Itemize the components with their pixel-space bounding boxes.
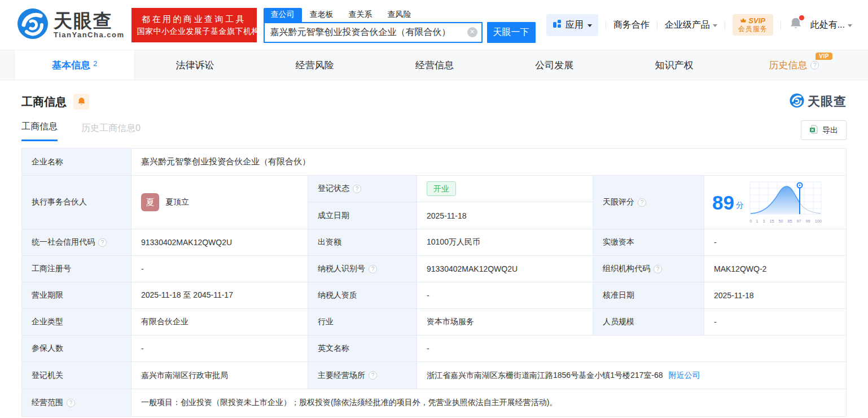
help-icon[interactable]: ?: [638, 198, 646, 207]
tab-business-info[interactable]: 经营信息: [375, 50, 494, 80]
logo-domain: TianYanCha.com: [54, 31, 125, 39]
approval-date-value: 2025-11-18: [704, 282, 847, 309]
search-type-tabs: 查公司 查老板 查关系 查风险: [264, 7, 536, 22]
nav-cooperation[interactable]: 商务合作: [613, 19, 650, 31]
field-label: 行业: [308, 309, 417, 336]
search-input[interactable]: [264, 22, 483, 43]
partner-name[interactable]: 夏顶立: [165, 197, 189, 207]
field-label-text: 经营范围: [32, 398, 63, 408]
main-content: 工商信息 天眼查 工商信息 历史工商信息0: [0, 92, 868, 417]
slogan-banner: 都在用的商业查询工具 国家中小企业发展子基金旗下机构: [131, 8, 257, 42]
tab-basic-info[interactable]: 基本信息 2: [14, 50, 135, 80]
score-unit: 分: [736, 201, 744, 211]
tab-intellectual-property[interactable]: 知识产权: [614, 50, 734, 80]
partner-cell: 夏 夏顶立: [131, 176, 308, 229]
section-title: 工商信息: [21, 94, 67, 110]
field-label: 英文名称: [308, 336, 417, 362]
nav-divider: [606, 21, 606, 29]
nav-divider: [657, 21, 657, 29]
chevron-down-icon: [848, 24, 852, 27]
help-icon[interactable]: ?: [98, 238, 107, 247]
score-axis-ticks: 0131550859799100: [749, 219, 822, 224]
field-label: 统一社会信用代码 ?: [22, 229, 131, 256]
tab-label: 法律诉讼: [176, 59, 214, 72]
tianyancha-watermark: 天眼查: [790, 93, 847, 110]
tab-label: 公司发展: [535, 59, 573, 72]
crown-icon: [740, 16, 747, 25]
tab-count: 2: [93, 59, 97, 68]
search-tab-company[interactable]: 查公司: [264, 8, 302, 22]
field-label: 经营范围 ?: [22, 389, 131, 417]
taxpayer-id-value: 91330402MAK12QWQ2U: [417, 256, 593, 282]
help-icon[interactable]: ?: [67, 399, 75, 407]
field-label: 营业期限: [22, 282, 131, 309]
search-area: 查公司 查老板 查关系 查风险 ✕ 天眼一下: [264, 7, 536, 43]
search-tab-boss[interactable]: 查老板: [310, 8, 334, 22]
logo-title: 天眼查: [54, 11, 125, 31]
subtab-business-info[interactable]: 工商信息: [21, 121, 58, 141]
field-label: 企业类型: [22, 309, 131, 336]
field-label: 工商注册号: [22, 256, 131, 282]
field-label-text: 天眼评分: [603, 197, 634, 207]
user-menu-label: 此处有...: [810, 19, 845, 31]
avatar[interactable]: 夏: [141, 193, 159, 211]
bell-icon: [77, 97, 86, 106]
cooperation-label: 商务合作: [613, 19, 650, 31]
svip-sublabel: 会员服务: [738, 25, 768, 33]
slogan-line1: 都在用的商业查询工具: [137, 13, 251, 25]
credit-code-value: 91330402MAK12QWQ2U: [131, 229, 308, 256]
search-tab-relation[interactable]: 查关系: [349, 8, 372, 22]
search-box: ✕: [264, 22, 483, 43]
help-icon[interactable]: ?: [810, 61, 819, 69]
org-code-value: MAK12QWQ-2: [704, 256, 847, 282]
user-menu[interactable]: 此处有...: [810, 19, 852, 31]
search-tab-risk[interactable]: 查风险: [388, 8, 411, 22]
field-label-text: 主要经营场所: [318, 371, 365, 381]
svip-member-button[interactable]: SVIP 会员服务: [733, 14, 773, 36]
field-label: 天眼评分 ?: [593, 176, 704, 229]
company-type-value: 有限合伙企业: [131, 309, 308, 336]
field-label: 成立日期: [308, 202, 417, 229]
field-label: 出资额: [308, 229, 417, 256]
field-label: 组织机构代码 ?: [593, 256, 704, 282]
subtab-history-business-info[interactable]: 历史工商信息0: [81, 123, 141, 141]
tianyancha-logo-icon: [790, 93, 804, 110]
help-icon[interactable]: ?: [369, 371, 377, 380]
nearby-companies-link[interactable]: 附近公司: [669, 371, 700, 381]
business-site-value: 浙江省嘉兴市南湖区东栅街道南江路1856号基金小镇1号楼217室-68: [427, 371, 663, 381]
site-header: 天眼查 TianYanCha.com 都在用的商业查询工具 国家中小企业发展子基…: [0, 0, 868, 50]
apps-menu[interactable]: 应用: [546, 14, 598, 36]
field-label: 纳税人资质: [308, 282, 417, 309]
tab-company-development[interactable]: 公司发展: [494, 50, 614, 80]
tab-history-info[interactable]: VIP 历史信息 ?: [734, 50, 854, 80]
chevron-down-icon: [588, 24, 592, 27]
tab-label: 知识产权: [655, 59, 694, 72]
tab-operating-risk[interactable]: 经营风险: [255, 50, 375, 80]
help-icon[interactable]: ?: [654, 265, 662, 273]
notifications-bell[interactable]: [790, 17, 802, 33]
reg-number-value: -: [131, 256, 308, 282]
vip-badge: VIP: [816, 53, 832, 60]
watermark-text: 天眼查: [808, 93, 847, 110]
monitor-bell-button[interactable]: [73, 94, 89, 110]
export-button[interactable]: 导出: [801, 120, 847, 140]
field-label: 企业名称: [22, 149, 131, 176]
tianyancha-logo[interactable]: 天眼查 TianYanCha.com: [17, 8, 125, 42]
help-icon[interactable]: ?: [369, 265, 377, 273]
staff-size-value: -: [704, 309, 847, 336]
tab-label: 历史信息: [769, 59, 807, 72]
nav-divider: [781, 21, 781, 29]
svip-label: SVIP: [748, 16, 765, 25]
industry-value: 资本市场服务: [417, 309, 593, 336]
apps-label: 应用: [565, 19, 584, 31]
clear-search-icon[interactable]: ✕: [467, 27, 477, 37]
apps-grid-icon: [553, 19, 562, 31]
company-name-value: 嘉兴黔元智擎创业投资合伙企业（有限合伙）: [131, 149, 847, 176]
reg-authority-value: 嘉兴市南湖区行政审批局: [131, 362, 308, 389]
tab-label: 经营信息: [415, 59, 454, 72]
tab-legal-litigation[interactable]: 法律诉讼: [135, 50, 255, 80]
search-button[interactable]: 天眼一下: [487, 22, 536, 43]
company-nav-tabs: 基本信息 2 法律诉讼 经营风险 经营信息 公司发展 知识产权 VIP 历史信息…: [0, 50, 868, 80]
nav-enterprise-products[interactable]: 企业级产品: [665, 19, 717, 31]
help-icon[interactable]: ?: [353, 185, 361, 193]
